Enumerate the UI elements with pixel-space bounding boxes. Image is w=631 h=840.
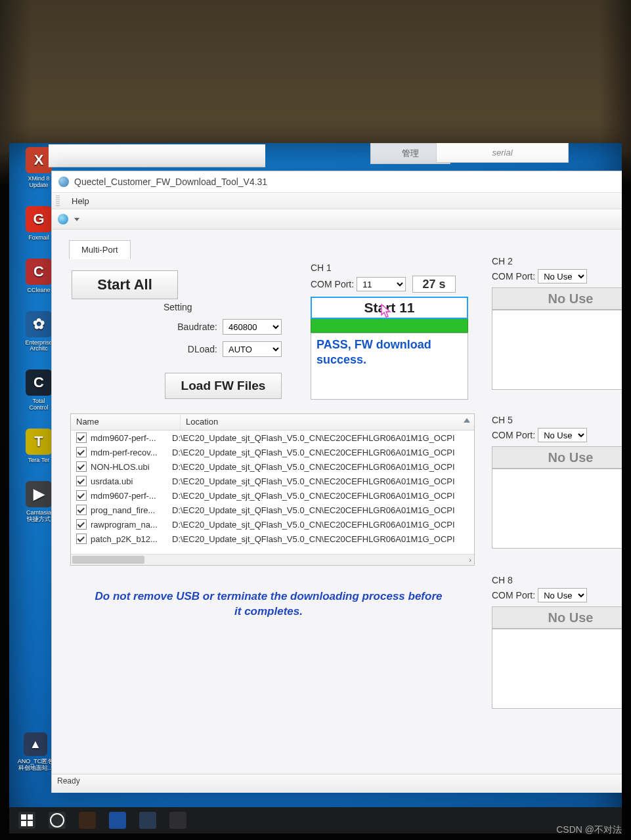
file-name: mdm9607-perf-... — [91, 491, 172, 501]
file-location: D:\EC20_Update_sjt_QFlash_V5.0_CN\EC20CE… — [172, 433, 474, 443]
table-row[interactable]: patch_p2K_b12...D:\EC20_Update_sjt_QFlas… — [71, 532, 474, 546]
ch2-title: CH 2 — [492, 256, 622, 266]
app-icon: ▲ — [24, 732, 47, 756]
file-location: D:\EC20_Update_sjt_QFlash_V5.0_CN\EC20CE… — [172, 462, 474, 472]
titlebar[interactable]: Quectel_Customer_FW_Download_Tool_V4.31 — [52, 171, 622, 193]
row-checkbox[interactable] — [76, 461, 87, 472]
row-checkbox[interactable] — [76, 432, 87, 443]
globe-icon — [58, 214, 68, 224]
scroll-right-icon[interactable]: › — [466, 556, 474, 564]
icon-label: TotalControl — [29, 398, 48, 411]
toolbar-language-button[interactable] — [56, 212, 70, 226]
taskbar-start-button[interactable] — [18, 812, 35, 829]
table-row[interactable]: prog_nand_fire...D:\EC20_Update_sjt_QFla… — [71, 503, 474, 517]
ch8-title: CH 8 — [492, 575, 622, 585]
tab-multi-port[interactable]: Multi-Port — [69, 240, 131, 259]
ch5-start-button[interactable]: No Use — [492, 446, 622, 469]
file-name: prog_nand_fire... — [91, 505, 172, 515]
file-name: rawprogram_na... — [91, 520, 172, 530]
row-checkbox[interactable] — [76, 490, 87, 501]
app-icon: C — [26, 369, 52, 396]
app-icon: X — [26, 147, 52, 173]
ch1-title: CH 1 — [311, 262, 468, 273]
taskbar[interactable] — [9, 807, 622, 833]
start-all-button[interactable]: Start All — [72, 270, 178, 299]
table-row[interactable]: usrdata.ubiD:\EC20_Update_sjt_QFlash_V5.… — [71, 474, 474, 488]
taskbar-item[interactable] — [79, 812, 96, 829]
table-row[interactable]: NON-HLOS.ubiD:\EC20_Update_sjt_QFlash_V5… — [71, 459, 474, 474]
menu-help[interactable]: Help — [65, 195, 96, 207]
ch5-com-select[interactable]: No Use — [538, 428, 587, 442]
table-row[interactable]: mdm9607-perf-...D:\EC20_Update_sjt_QFlas… — [71, 488, 474, 503]
file-name: patch_p2K_b12... — [91, 534, 172, 544]
file-name: mdm-perf-recov... — [91, 448, 172, 457]
taskbar-item[interactable] — [139, 812, 156, 829]
taskbar-item[interactable] — [169, 812, 186, 829]
app-window: Quectel_Customer_FW_Download_Tool_V4.31 … — [51, 171, 622, 793]
horizontal-scrollbar[interactable]: ‹ › — [71, 554, 474, 565]
status-text: Ready — [57, 776, 80, 786]
statusbar: Ready — [52, 774, 622, 793]
row-checkbox[interactable] — [76, 505, 87, 515]
col-header-name[interactable]: Name — [71, 414, 181, 430]
row-checkbox[interactable] — [76, 476, 87, 486]
baudrate-select[interactable]: 460800 — [223, 319, 282, 335]
col-header-location[interactable]: Location — [181, 414, 474, 430]
toolbar-dropdown-icon[interactable] — [74, 218, 79, 221]
scrollbar-thumb[interactable] — [72, 556, 144, 564]
app-icon: ▶ — [26, 481, 52, 507]
row-checkbox[interactable] — [76, 519, 87, 530]
search-icon — [50, 813, 64, 828]
background-tab-serial[interactable]: serial — [436, 143, 569, 163]
taskbar-item[interactable] — [109, 812, 126, 829]
ch2-com-select[interactable]: No Use — [538, 269, 587, 284]
file-location: D:\EC20_Update_sjt_QFlash_V5.0_CN\EC20CE… — [172, 448, 474, 457]
table-row[interactable]: rawprogram_na...D:\EC20_Update_sjt_QFlas… — [71, 517, 474, 532]
file-location: D:\EC20_Update_sjt_QFlash_V5.0_CN\EC20CE… — [172, 534, 474, 544]
app-icon: C — [26, 259, 52, 285]
ch1-com-label: COM Port: — [311, 279, 354, 289]
baudrate-label: Baudrate: — [177, 322, 217, 332]
icon-label: Foxmail — [28, 235, 49, 242]
dload-select[interactable]: AUTO — [223, 341, 282, 357]
menubar: Help — [52, 193, 622, 209]
table-row[interactable]: mdm9607-perf-...D:\EC20_Update_sjt_QFlas… — [71, 430, 474, 445]
ch8-com-select[interactable]: No Use — [538, 588, 587, 602]
file-name: usrdata.ubi — [91, 476, 172, 486]
file-location: D:\EC20_Update_sjt_QFlash_V5.0_CN\EC20CE… — [172, 505, 474, 515]
ch1-progress-bar — [311, 319, 468, 333]
ch8-log — [492, 629, 622, 709]
file-list: Name Location mdm9607-perf-...D:\EC20_Up… — [70, 413, 475, 566]
row-checkbox[interactable] — [76, 447, 87, 457]
file-list-body: mdm9607-perf-...D:\EC20_Update_sjt_QFlas… — [71, 430, 474, 554]
tabstrip: Multi-Port — [69, 240, 131, 259]
ch1-start-button[interactable]: Start 11 — [311, 297, 468, 319]
windows-logo-icon — [21, 814, 33, 826]
toolbar — [52, 209, 622, 230]
channel-8: CH 8 COM Port: No Use No Use — [492, 575, 622, 709]
ch2-start-button[interactable]: No Use — [492, 287, 622, 310]
icon-label: ANO_TC匿名科创地面站... — [18, 759, 54, 772]
taskbar-search-button[interactable] — [49, 812, 66, 829]
load-fw-files-button[interactable]: Load FW Files — [165, 373, 282, 399]
file-name: NON-HLOS.ubi — [91, 462, 172, 472]
channel-5: CH 5 COM Port: No Use No Use — [492, 415, 622, 549]
file-location: D:\EC20_Update_sjt_QFlash_V5.0_CN\EC20CE… — [172, 520, 474, 530]
file-list-header[interactable]: Name Location — [71, 414, 474, 430]
ch1-com-select[interactable]: 11 — [357, 277, 406, 291]
settings-heading: Setting — [163, 302, 282, 312]
scroll-up-icon[interactable] — [464, 418, 470, 423]
ch5-com-label: COM Port: — [492, 430, 535, 440]
file-name: mdm9607-perf-... — [91, 433, 172, 443]
icon-label: XMind 8Update — [28, 176, 49, 189]
ch8-start-button[interactable]: No Use — [492, 606, 622, 629]
menubar-grip — [56, 196, 60, 206]
table-row[interactable]: mdm-perf-recov...D:\EC20_Update_sjt_QFla… — [71, 445, 474, 459]
app-icon: ✿ — [26, 311, 52, 337]
window-title: Quectel_Customer_FW_Download_Tool_V4.31 — [74, 177, 267, 187]
row-checkbox[interactable] — [76, 534, 87, 544]
icon-label: Tera Ter — [28, 457, 49, 464]
icon-label: EnterpriseArchitc — [25, 340, 52, 353]
ch2-com-label: COM Port: — [492, 271, 535, 282]
dload-label: DLoad: — [188, 344, 217, 354]
